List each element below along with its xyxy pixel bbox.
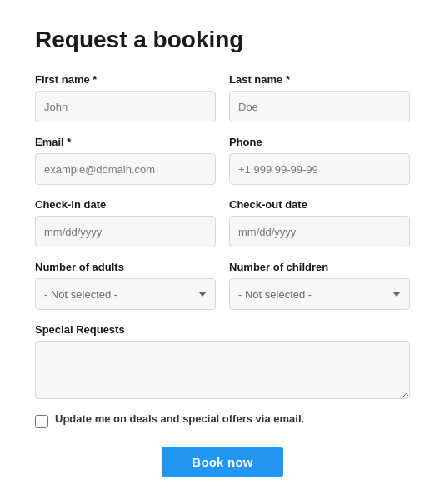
checkin-group: Check-in date [35,198,216,247]
checkin-label: Check-in date [35,198,216,211]
last-name-group: Last name * [229,73,410,122]
newsletter-label: Update me on deals and special offers vi… [55,412,304,425]
special-requests-label: Special Requests [35,323,410,336]
page-title: Request a booking [35,27,410,53]
booking-form-container: Request a booking First name * Last name… [18,0,427,504]
phone-group: Phone [229,136,410,185]
name-row: First name * Last name * [35,73,410,122]
book-now-button[interactable]: Book now [162,447,282,477]
first-name-label: First name * [35,73,216,86]
adults-label: Number of adults [35,261,216,273]
phone-label: Phone [229,136,410,148]
special-requests-row: Special Requests [35,323,410,399]
special-requests-group: Special Requests [35,323,410,399]
submit-row: Book now [35,447,410,477]
guests-row: Number of adults - Not selected - 1 2 3 … [35,261,410,310]
first-name-group: First name * [35,73,216,122]
email-group: Email * [35,136,216,185]
checkout-group: Check-out date [229,198,410,247]
contact-row: Email * Phone [35,136,410,185]
checkin-input[interactable] [35,216,216,247]
adults-group: Number of adults - Not selected - 1 2 3 … [35,261,216,310]
checkout-label: Check-out date [229,198,410,211]
last-name-label: Last name * [229,73,410,86]
first-name-input[interactable] [35,91,216,122]
email-input[interactable] [35,153,216,185]
email-label: Email * [35,136,216,148]
last-name-input[interactable] [229,91,410,122]
phone-input[interactable] [229,153,410,185]
children-group: Number of children - Not selected - 0 1 … [229,261,410,310]
children-label: Number of children [229,261,410,273]
checkout-input[interactable] [229,216,410,247]
special-requests-input[interactable] [35,341,410,399]
newsletter-checkbox[interactable] [35,415,48,428]
newsletter-row: Update me on deals and special offers vi… [35,412,410,430]
adults-select[interactable]: - Not selected - 1 2 3 4 5+ [35,278,216,310]
children-select[interactable]: - Not selected - 0 1 2 3 4+ [229,278,410,310]
dates-row: Check-in date Check-out date [35,198,410,247]
